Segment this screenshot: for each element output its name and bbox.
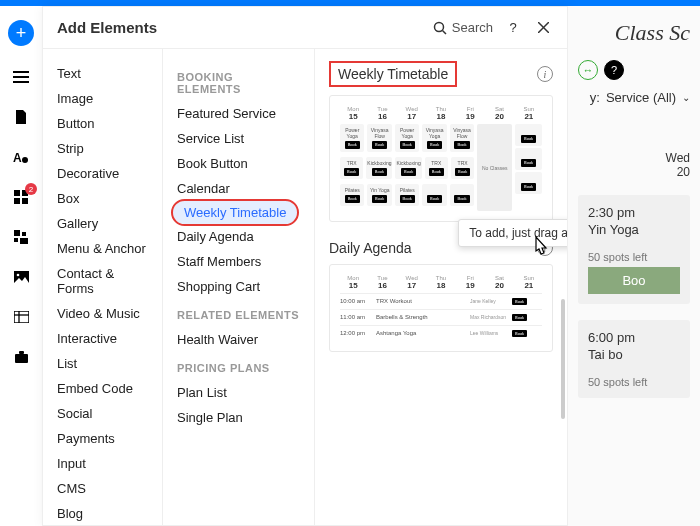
apps-icon[interactable]: 2 [12, 188, 30, 206]
category-contact-forms[interactable]: Contact & Forms [43, 261, 162, 301]
svg-point-14 [16, 274, 19, 277]
service-filter[interactable]: y: Service (All) ⌄ [578, 90, 690, 105]
svg-point-20 [434, 22, 443, 31]
svg-rect-10 [22, 232, 26, 236]
panel-header: Add Elements Search ? [43, 7, 567, 49]
section-icon[interactable] [12, 68, 30, 86]
svg-rect-11 [14, 238, 18, 242]
svg-rect-5 [14, 190, 20, 196]
class-card[interactable]: 2:30 pm Yin Yoga 50 spots left Boo [578, 195, 690, 304]
category-blog[interactable]: Blog [43, 501, 162, 525]
category-list[interactable]: List [43, 351, 162, 376]
add-button[interactable]: + [8, 20, 34, 46]
category-column: TextImageButtonStripDecorativeBoxGallery… [43, 49, 163, 525]
class-card[interactable]: 6:00 pm Tai bo 50 spots left [578, 320, 690, 398]
info-icon[interactable]: i [537, 66, 553, 82]
scrollbar[interactable] [561, 299, 565, 419]
section-label: RELATED ELEMENTS [163, 299, 314, 327]
svg-rect-2 [13, 81, 29, 83]
element-featured-service[interactable]: Featured Service [163, 101, 314, 126]
svg-rect-19 [19, 351, 24, 354]
svg-rect-15 [14, 311, 29, 323]
category-menu-anchor[interactable]: Menu & Anchor [43, 236, 162, 261]
theme-icon[interactable]: A [12, 148, 30, 166]
panel-title: Add Elements [57, 19, 433, 36]
category-video-music[interactable]: Video & Music [43, 301, 162, 326]
element-service-list[interactable]: Service List [163, 126, 314, 151]
svg-rect-18 [15, 354, 28, 363]
category-interactive[interactable]: Interactive [43, 326, 162, 351]
media-icon[interactable] [12, 268, 30, 286]
svg-rect-8 [22, 198, 28, 204]
svg-text:A: A [13, 151, 22, 164]
elements-column: BOOKING ELEMENTSFeatured ServiceService … [163, 49, 315, 525]
add-elements-panel: Add Elements Search ? TextImageButtonStr… [42, 6, 568, 526]
category-embed-code[interactable]: Embed Code [43, 376, 162, 401]
business-icon[interactable] [12, 348, 30, 366]
cursor-icon [529, 235, 551, 264]
category-social[interactable]: Social [43, 401, 162, 426]
element-calendar[interactable]: Calendar [163, 176, 314, 201]
search-icon [433, 21, 447, 35]
preview-title-daily: Daily Agenda [329, 240, 412, 256]
svg-rect-0 [13, 71, 29, 73]
element-plan-list[interactable]: Plan List [163, 380, 314, 405]
date-label: Wed 20 [578, 151, 690, 179]
element-health-waiver[interactable]: Health Waiver [163, 327, 314, 352]
help-icon[interactable]: ? [503, 18, 523, 38]
data-icon[interactable] [12, 308, 30, 326]
page-title: Class Sc [578, 20, 690, 46]
category-text[interactable]: Text [43, 61, 162, 86]
element-single-plan[interactable]: Single Plan [163, 405, 314, 430]
canvas-area: Class Sc ↔ ? y: Service (All) ⌄ Wed 20 2… [568, 6, 700, 526]
page-icon[interactable] [12, 108, 30, 126]
daily-agenda-preview: Daily Agenda i Mon15Tue16Wed17Thu18Fri19… [329, 240, 553, 352]
svg-point-4 [22, 157, 28, 163]
svg-rect-1 [13, 76, 29, 78]
book-button[interactable]: Boo [588, 267, 680, 294]
preview-column: Weekly Timetable i Mon15Tue16Wed17Thu18F… [315, 49, 567, 525]
element-book-button[interactable]: Book Button [163, 151, 314, 176]
close-icon[interactable] [533, 18, 553, 38]
category-cms[interactable]: CMS [43, 476, 162, 501]
category-strip[interactable]: Strip [43, 136, 162, 161]
preview-title-weekly: Weekly Timetable [329, 61, 457, 87]
element-staff-members[interactable]: Staff Members [163, 249, 314, 274]
element-weekly-timetable[interactable]: Weekly Timetable [173, 201, 297, 224]
category-input[interactable]: Input [43, 451, 162, 476]
weekly-timetable-widget[interactable]: Mon15Tue16Wed17Thu18Fri19Sat20Sun21Power… [329, 95, 553, 222]
section-label: PRICING PLANS [163, 352, 314, 380]
layout-icon[interactable] [12, 228, 30, 246]
weekly-timetable-preview: Weekly Timetable i Mon15Tue16Wed17Thu18F… [329, 61, 553, 222]
category-box[interactable]: Box [43, 186, 162, 211]
element-daily-agenda[interactable]: Daily Agenda [163, 224, 314, 249]
category-decorative[interactable]: Decorative [43, 161, 162, 186]
svg-rect-9 [14, 230, 20, 236]
left-rail: + A 2 [0, 6, 42, 526]
daily-agenda-widget[interactable]: Mon15Tue16Wed17Thu18Fri19Sat20Sun2110:00… [329, 264, 553, 352]
category-button[interactable]: Button [43, 111, 162, 136]
help-badge-icon[interactable]: ? [604, 60, 624, 80]
category-image[interactable]: Image [43, 86, 162, 111]
chevron-down-icon: ⌄ [682, 92, 690, 103]
svg-line-21 [442, 30, 446, 34]
section-label: BOOKING ELEMENTS [163, 61, 314, 101]
element-shopping-cart[interactable]: Shopping Cart [163, 274, 314, 299]
category-gallery[interactable]: Gallery [43, 211, 162, 236]
svg-rect-12 [20, 238, 28, 244]
category-payments[interactable]: Payments [43, 426, 162, 451]
stretch-icon[interactable]: ↔ [578, 60, 598, 80]
apps-badge: 2 [25, 183, 37, 195]
svg-rect-7 [14, 198, 20, 204]
search-button[interactable]: Search [433, 20, 493, 35]
